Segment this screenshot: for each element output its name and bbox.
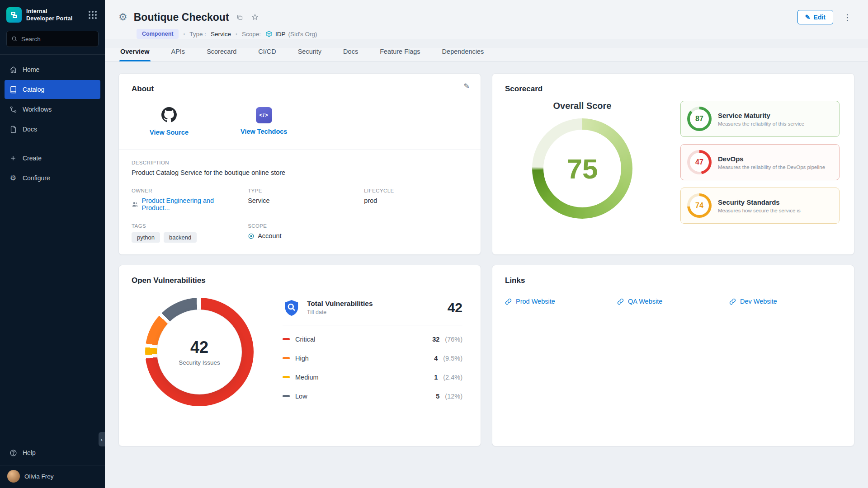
lifecycle-value: prod bbox=[364, 197, 468, 204]
type-value: Service bbox=[211, 31, 231, 38]
description-value: Product Catalog Service for the boutique… bbox=[132, 169, 468, 176]
prod-website-link[interactable]: Prod Website bbox=[505, 298, 617, 305]
link-icon bbox=[729, 298, 736, 305]
score-name: Security Standards bbox=[718, 198, 801, 206]
scorecard-body: Overall Score 75 87 Service Maturity Mea… bbox=[505, 94, 841, 224]
score-card-service-maturity[interactable]: 87 Service Maturity Measures the reliabi… bbox=[680, 101, 840, 137]
tab-security[interactable]: Security bbox=[297, 48, 322, 61]
avatar bbox=[7, 470, 20, 483]
type-field-value: Service bbox=[248, 197, 357, 204]
sidebar-item-catalog[interactable]: Catalog bbox=[5, 80, 100, 99]
sidebar-search[interactable] bbox=[6, 31, 99, 47]
score-card-security-standards[interactable]: 74 Security Standards Measures how secur… bbox=[680, 188, 840, 224]
total-title: Total Vulnerabilities bbox=[307, 300, 373, 308]
gear-icon: ⚙ bbox=[9, 174, 17, 182]
create-button[interactable]: Create bbox=[5, 149, 100, 168]
field-lifecycle: LIFECYCLE prod bbox=[364, 188, 468, 211]
sidebar-item-home[interactable]: Home bbox=[5, 60, 100, 79]
sidebar-spacer bbox=[0, 188, 105, 443]
scorecard-title: Scorecard bbox=[505, 84, 841, 94]
page-header: ⚙ Boutique Checkout ✎ Edit ⋮ bbox=[105, 0, 868, 39]
overall-score-value: 75 bbox=[532, 118, 632, 219]
tab-dependencies[interactable]: Dependencies bbox=[441, 48, 485, 61]
help-button[interactable]: Help bbox=[5, 443, 40, 462]
tab-scorecard[interactable]: Scorecard bbox=[206, 48, 237, 61]
about-actions: View Source </> View Techdocs bbox=[132, 94, 468, 150]
sidebar-item-workflows[interactable]: Workflows bbox=[5, 100, 100, 119]
score-card-devops[interactable]: 47 DevOps Measures the reliability of th… bbox=[680, 144, 840, 180]
plus-icon bbox=[9, 155, 17, 162]
edit-label: Edit bbox=[814, 14, 826, 21]
create-label: Create bbox=[23, 155, 42, 162]
favorite-button[interactable] bbox=[250, 13, 260, 22]
main-area: ⚙ Boutique Checkout ✎ Edit ⋮ bbox=[105, 0, 868, 488]
vulnerabilities-title: Open Vulnerabilities bbox=[132, 276, 468, 285]
donut-label: Security Issues bbox=[179, 359, 220, 366]
tab-overview[interactable]: Overview bbox=[119, 48, 151, 61]
severity-row-low: Low 5 (12%) bbox=[283, 387, 462, 406]
sidebar-collapse-button[interactable]: ‹ bbox=[99, 432, 105, 446]
search-input[interactable] bbox=[21, 36, 94, 42]
cube-icon bbox=[265, 30, 273, 38]
search-icon bbox=[11, 36, 18, 42]
copy-icon bbox=[236, 14, 243, 21]
overall-score-column: Overall Score 75 bbox=[532, 101, 632, 219]
owner-link[interactable]: Product Engineering and Product... bbox=[132, 197, 241, 211]
scorecard-card: Scorecard Overall Score 75 87 Service Ma… bbox=[492, 73, 854, 255]
pencil-icon: ✎ bbox=[805, 14, 811, 21]
more-options-button[interactable]: ⋮ bbox=[840, 11, 854, 23]
score-ring: 87 bbox=[687, 107, 712, 131]
nine-dots-icon bbox=[89, 11, 97, 19]
lifecycle-label: LIFECYCLE bbox=[364, 188, 468, 193]
sidebar-item-docs[interactable]: Docs bbox=[5, 120, 100, 139]
title-row: ⚙ Boutique Checkout ✎ Edit ⋮ bbox=[118, 10, 854, 24]
total-subtitle: Till date bbox=[307, 309, 373, 315]
tab-feature-flags[interactable]: Feature Flags bbox=[379, 48, 421, 61]
scope-value: IDP bbox=[275, 31, 286, 38]
brand-title: Internal Developer Portal bbox=[26, 8, 73, 23]
severity-row-medium: Medium 1 (2.4%) bbox=[283, 368, 462, 387]
about-edit-button[interactable]: ✎ bbox=[464, 82, 470, 90]
about-title: About bbox=[132, 84, 468, 94]
score-list: 87 Service Maturity Measures the reliabi… bbox=[680, 101, 840, 224]
configure-button[interactable]: ⚙ Configure bbox=[5, 169, 100, 188]
docs-icon bbox=[9, 126, 17, 133]
sidebar-nav: Home Catalog Workflows Docs bbox=[0, 60, 105, 139]
chevron-left-icon: ‹ bbox=[101, 436, 103, 443]
description-label: DESCRIPTION bbox=[132, 160, 468, 165]
sidebar-item-label: Workflows bbox=[23, 106, 52, 113]
qa-website-link[interactable]: QA Website bbox=[617, 298, 729, 305]
tab-apis[interactable]: APIs bbox=[170, 48, 186, 61]
tag-chip: backend bbox=[164, 232, 197, 243]
copy-button[interactable] bbox=[235, 13, 245, 22]
tab-cicd[interactable]: CI/CD bbox=[257, 48, 277, 61]
dev-website-link[interactable]: Dev Website bbox=[729, 298, 841, 305]
tab-docs[interactable]: Docs bbox=[342, 48, 359, 61]
configure-label: Configure bbox=[23, 174, 50, 182]
link-label: QA Website bbox=[628, 298, 662, 305]
view-techdocs-link[interactable]: </> View Techdocs bbox=[241, 107, 287, 136]
account-scope-icon bbox=[248, 233, 255, 239]
sidebar-item-label: Catalog bbox=[23, 86, 44, 93]
severity-row-high: High 4 (9.5%) bbox=[283, 349, 462, 368]
severity-row-critical: Critical 32 (76%) bbox=[283, 330, 462, 349]
scope-field-value: Account bbox=[258, 232, 281, 239]
overall-score-label: Overall Score bbox=[553, 101, 612, 111]
edit-button[interactable]: ✎ Edit bbox=[797, 10, 833, 24]
portal-logo-icon bbox=[6, 7, 22, 23]
links-row: Prod Website QA Website Dev Website bbox=[505, 298, 841, 305]
kebab-icon: ⋮ bbox=[843, 13, 852, 22]
dot-separator: • bbox=[236, 31, 237, 37]
user-menu[interactable]: Olivia Frey bbox=[0, 465, 105, 488]
page-title: Boutique Checkout bbox=[134, 11, 229, 23]
help-area: Help bbox=[0, 443, 105, 462]
sidebar-actions: Create ⚙ Configure bbox=[0, 149, 105, 188]
link-icon bbox=[505, 298, 512, 305]
score-desc: Measures the reliability of this service bbox=[718, 121, 804, 127]
field-type: TYPE Service bbox=[248, 188, 357, 211]
view-source-link[interactable]: View Source bbox=[150, 107, 189, 136]
apps-grid-icon[interactable] bbox=[87, 9, 99, 21]
dot-separator: • bbox=[183, 31, 185, 37]
link-label: Prod Website bbox=[516, 298, 555, 305]
workflows-icon bbox=[9, 106, 17, 113]
